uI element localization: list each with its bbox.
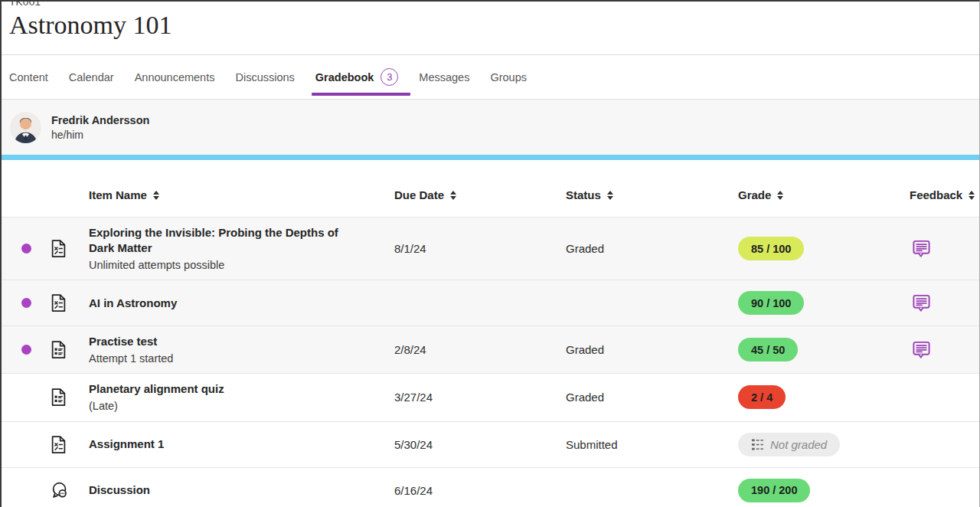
item-subtitle: (Late) (89, 399, 364, 414)
header-feedback: Feedback (910, 188, 962, 201)
tab-announcements[interactable]: Announcements (135, 55, 215, 99)
sort-item-name[interactable]: Item Name (89, 188, 159, 201)
course-tab-bar: Content Calendar Announcements Discussio… (2, 55, 979, 100)
item-title[interactable]: AI in Astronomy (89, 296, 364, 311)
new-activity-indicator (21, 345, 31, 355)
item-title[interactable]: Practise test (89, 334, 364, 349)
sort-grade[interactable]: Grade (738, 188, 783, 201)
sort-arrows-icon (777, 191, 783, 200)
item-subtitle: Unlimited attempts possible (89, 258, 364, 273)
status-text: Graded (566, 242, 738, 255)
tab-messages[interactable]: Messages (419, 55, 469, 99)
tab-groups[interactable]: Groups (490, 55, 527, 99)
quiz-document-icon (51, 388, 89, 407)
student-name: Fredrik Andersson (51, 114, 149, 126)
assignment-document-icon (51, 239, 89, 258)
not-graded-label: Not graded (770, 438, 827, 451)
feedback-icon[interactable] (912, 239, 931, 258)
table-row[interactable]: Planetary alignment quiz (Late) 3/27/24 … (2, 373, 979, 420)
table-row[interactable]: Assignment 1 5/30/24 Submitted Not grade… (2, 421, 979, 467)
not-graded-pill[interactable]: Not graded (738, 433, 840, 456)
grade-pill[interactable]: 190 / 200 (738, 479, 810, 502)
quiz-document-icon (51, 340, 89, 359)
course-header: TK001 Astronomy 101 (2, 2, 979, 55)
status-text: Submitted (566, 438, 738, 451)
due-date: 2/8/24 (394, 343, 566, 356)
status-text: Graded (566, 391, 738, 404)
grade-pill[interactable]: 45 / 50 (738, 338, 798, 361)
student-header: Fredrik Andersson he/him (2, 100, 979, 155)
tab-calendar[interactable]: Calendar (69, 55, 114, 99)
feedback-icon[interactable] (912, 293, 931, 312)
rubric-grid-icon (751, 438, 764, 451)
grade-pill[interactable]: 85 / 100 (738, 237, 804, 260)
sort-due-date[interactable]: Due Date (394, 188, 456, 201)
assignment-document-icon (51, 435, 89, 454)
table-row[interactable]: Discussion 6/16/24 190 / 200 (2, 467, 979, 507)
course-title: Astronomy 101 (9, 11, 979, 39)
grade-pill[interactable]: 90 / 100 (738, 291, 804, 315)
item-title[interactable]: Discussion (89, 482, 364, 498)
table-row[interactable]: AI in Astronomy 90 / 100 (2, 280, 979, 325)
tab-discussions[interactable]: Discussions (235, 55, 294, 99)
sort-arrows-icon (969, 191, 975, 200)
feedback-icon[interactable] (912, 340, 931, 359)
tab-gradebook-label: Gradebook (315, 71, 374, 83)
item-title[interactable]: Assignment 1 (89, 437, 364, 452)
item-title[interactable]: Exploring the Invisible: Probing the Dep… (89, 225, 364, 257)
due-date: 3/27/24 (394, 391, 566, 404)
due-date: 6/16/24 (394, 484, 566, 497)
new-activity-indicator (21, 244, 31, 254)
discussion-icon (51, 481, 89, 499)
table-row[interactable]: Exploring the Invisible: Probing the Dep… (2, 217, 979, 280)
sort-status[interactable]: Status (566, 188, 613, 201)
gradebook-page: TK001 Astronomy 101 Content Calendar Ann… (0, 0, 980, 507)
sort-arrows-icon (153, 191, 159, 200)
sort-feedback[interactable]: Feedback (910, 188, 975, 201)
header-item-name: Item Name (89, 188, 147, 201)
item-title[interactable]: Planetary alignment quiz (89, 381, 364, 397)
student-avatar[interactable] (10, 112, 41, 143)
student-pronouns: he/him (51, 129, 149, 141)
due-date: 8/1/24 (394, 242, 566, 255)
gradebook-table-header: Item Name Due Date Status Grade Feedback (2, 160, 979, 217)
gradebook-count-badge: 3 (381, 68, 398, 86)
table-row[interactable]: Practise test Attempt 1 started 2/8/24 G… (2, 325, 979, 373)
sort-arrows-icon (607, 191, 613, 200)
accent-divider (2, 155, 979, 160)
assignment-document-icon (51, 293, 89, 312)
course-code: TK001 (9, 2, 979, 8)
new-activity-indicator (21, 298, 31, 308)
item-subtitle: Attempt 1 started (89, 352, 364, 366)
header-grade: Grade (738, 188, 771, 201)
tab-content[interactable]: Content (9, 55, 48, 99)
due-date: 5/30/24 (394, 438, 566, 451)
status-text: Graded (566, 343, 738, 356)
sort-arrows-icon (450, 191, 456, 200)
grade-pill[interactable]: 2 / 4 (738, 385, 786, 409)
header-status: Status (566, 188, 601, 201)
header-due-date: Due Date (394, 188, 444, 201)
tab-gradebook[interactable]: Gradebook 3 (315, 55, 399, 99)
